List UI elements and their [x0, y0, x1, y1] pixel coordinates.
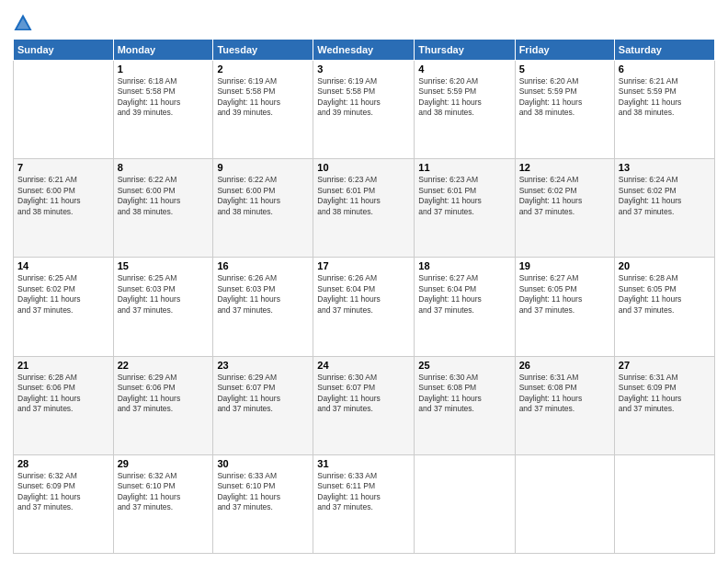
day-info: Sunrise: 6:23 AM Sunset: 6:01 PM Dayligh… — [317, 175, 410, 217]
day-cell: 17Sunrise: 6:26 AM Sunset: 6:04 PM Dayli… — [313, 258, 415, 356]
day-info: Sunrise: 6:22 AM Sunset: 6:00 PM Dayligh… — [118, 175, 210, 217]
day-number: 20 — [619, 260, 711, 271]
day-cell: 30Sunrise: 6:33 AM Sunset: 6:10 PM Dayli… — [213, 454, 313, 553]
day-number: 28 — [17, 458, 109, 469]
day-info: Sunrise: 6:32 AM Sunset: 6:10 PM Dayligh… — [118, 471, 210, 513]
day-info: Sunrise: 6:26 AM Sunset: 6:04 PM Dayligh… — [317, 273, 410, 316]
day-cell: 19Sunrise: 6:27 AM Sunset: 6:05 PM Dayli… — [515, 258, 614, 356]
day-cell: 10Sunrise: 6:23 AM Sunset: 6:01 PM Dayli… — [313, 159, 415, 258]
day-cell: 16Sunrise: 6:26 AM Sunset: 6:03 PM Dayli… — [213, 258, 313, 356]
day-cell: 20Sunrise: 6:28 AM Sunset: 6:05 PM Dayli… — [614, 258, 714, 356]
day-cell: 25Sunrise: 6:30 AM Sunset: 6:08 PM Dayli… — [415, 356, 515, 454]
day-cell — [14, 61, 114, 159]
day-info: Sunrise: 6:26 AM Sunset: 6:03 PM Dayligh… — [217, 273, 309, 316]
day-info: Sunrise: 6:29 AM Sunset: 6:07 PM Dayligh… — [217, 373, 309, 415]
day-number: 31 — [317, 458, 410, 469]
day-number: 7 — [17, 162, 109, 173]
weekday-tuesday: Tuesday — [213, 40, 313, 61]
day-number: 27 — [619, 360, 711, 371]
day-cell: 27Sunrise: 6:31 AM Sunset: 6:09 PM Dayli… — [614, 356, 714, 454]
day-cell: 18Sunrise: 6:27 AM Sunset: 6:04 PM Dayli… — [415, 258, 515, 356]
day-number: 11 — [418, 162, 510, 173]
day-info: Sunrise: 6:27 AM Sunset: 6:04 PM Dayligh… — [418, 273, 510, 316]
day-info: Sunrise: 6:33 AM Sunset: 6:11 PM Dayligh… — [317, 471, 410, 513]
page: SundayMondayTuesdayWednesdayThursdayFrid… — [0, 0, 728, 563]
day-cell: 5Sunrise: 6:20 AM Sunset: 5:59 PM Daylig… — [515, 61, 614, 159]
day-number: 25 — [418, 360, 510, 371]
day-cell: 13Sunrise: 6:24 AM Sunset: 6:02 PM Dayli… — [614, 159, 714, 258]
day-number: 14 — [17, 260, 109, 271]
day-number: 30 — [217, 458, 309, 469]
day-number: 26 — [519, 360, 610, 371]
day-cell: 12Sunrise: 6:24 AM Sunset: 6:02 PM Dayli… — [515, 159, 614, 258]
day-info: Sunrise: 6:19 AM Sunset: 5:58 PM Dayligh… — [217, 76, 309, 119]
day-cell — [614, 454, 714, 553]
day-info: Sunrise: 6:28 AM Sunset: 6:06 PM Dayligh… — [17, 373, 109, 415]
day-cell: 29Sunrise: 6:32 AM Sunset: 6:10 PM Dayli… — [113, 454, 213, 553]
week-row-4: 21Sunrise: 6:28 AM Sunset: 6:06 PM Dayli… — [14, 356, 715, 454]
day-info: Sunrise: 6:28 AM Sunset: 6:05 PM Dayligh… — [619, 273, 711, 316]
day-number: 1 — [118, 63, 210, 75]
day-info: Sunrise: 6:25 AM Sunset: 6:02 PM Dayligh… — [17, 273, 109, 316]
day-info: Sunrise: 6:30 AM Sunset: 6:07 PM Dayligh… — [317, 373, 410, 415]
logo — [13, 13, 35, 33]
day-cell: 2Sunrise: 6:19 AM Sunset: 5:58 PM Daylig… — [213, 61, 313, 159]
weekday-wednesday: Wednesday — [313, 40, 415, 61]
day-number: 2 — [217, 63, 309, 75]
day-number: 5 — [519, 63, 610, 75]
day-number: 6 — [619, 63, 711, 75]
day-number: 16 — [217, 260, 309, 271]
day-cell: 31Sunrise: 6:33 AM Sunset: 6:11 PM Dayli… — [313, 454, 415, 553]
weekday-thursday: Thursday — [415, 40, 515, 61]
day-number: 23 — [217, 360, 309, 371]
day-info: Sunrise: 6:25 AM Sunset: 6:03 PM Dayligh… — [118, 273, 210, 316]
day-number: 3 — [317, 63, 410, 75]
day-number: 12 — [519, 162, 610, 173]
weekday-header-row: SundayMondayTuesdayWednesdayThursdayFrid… — [14, 40, 715, 61]
week-row-2: 7Sunrise: 6:21 AM Sunset: 6:00 PM Daylig… — [14, 159, 715, 258]
day-info: Sunrise: 6:23 AM Sunset: 6:01 PM Dayligh… — [418, 175, 510, 217]
day-info: Sunrise: 6:30 AM Sunset: 6:08 PM Dayligh… — [418, 373, 510, 415]
day-info: Sunrise: 6:20 AM Sunset: 5:59 PM Dayligh… — [519, 76, 610, 119]
day-cell: 24Sunrise: 6:30 AM Sunset: 6:07 PM Dayli… — [313, 356, 415, 454]
day-cell: 4Sunrise: 6:20 AM Sunset: 5:59 PM Daylig… — [415, 61, 515, 159]
weekday-sunday: Sunday — [14, 40, 114, 61]
day-number: 29 — [118, 458, 210, 469]
day-cell: 22Sunrise: 6:29 AM Sunset: 6:06 PM Dayli… — [113, 356, 213, 454]
day-number: 17 — [317, 260, 410, 271]
day-number: 21 — [17, 360, 109, 371]
day-info: Sunrise: 6:19 AM Sunset: 5:58 PM Dayligh… — [317, 76, 410, 119]
day-info: Sunrise: 6:24 AM Sunset: 6:02 PM Dayligh… — [619, 175, 711, 217]
day-number: 18 — [418, 260, 510, 271]
day-info: Sunrise: 6:21 AM Sunset: 6:00 PM Dayligh… — [17, 175, 109, 217]
day-cell — [515, 454, 614, 553]
day-number: 15 — [118, 260, 210, 271]
day-number: 9 — [217, 162, 309, 173]
day-cell: 28Sunrise: 6:32 AM Sunset: 6:09 PM Dayli… — [14, 454, 114, 553]
day-cell: 23Sunrise: 6:29 AM Sunset: 6:07 PM Dayli… — [213, 356, 313, 454]
day-info: Sunrise: 6:29 AM Sunset: 6:06 PM Dayligh… — [118, 373, 210, 415]
day-cell: 15Sunrise: 6:25 AM Sunset: 6:03 PM Dayli… — [113, 258, 213, 356]
day-cell: 6Sunrise: 6:21 AM Sunset: 5:59 PM Daylig… — [614, 61, 714, 159]
day-cell: 9Sunrise: 6:22 AM Sunset: 6:00 PM Daylig… — [213, 159, 313, 258]
day-info: Sunrise: 6:20 AM Sunset: 5:59 PM Dayligh… — [418, 76, 510, 119]
day-number: 10 — [317, 162, 410, 173]
day-info: Sunrise: 6:18 AM Sunset: 5:58 PM Dayligh… — [118, 76, 210, 119]
day-cell: 14Sunrise: 6:25 AM Sunset: 6:02 PM Dayli… — [14, 258, 114, 356]
week-row-5: 28Sunrise: 6:32 AM Sunset: 6:09 PM Dayli… — [14, 454, 715, 553]
day-number: 24 — [317, 360, 410, 371]
day-cell: 8Sunrise: 6:22 AM Sunset: 6:00 PM Daylig… — [113, 159, 213, 258]
day-number: 4 — [418, 63, 510, 75]
day-cell — [415, 454, 515, 553]
weekday-friday: Friday — [515, 40, 614, 61]
day-cell: 1Sunrise: 6:18 AM Sunset: 5:58 PM Daylig… — [113, 61, 213, 159]
day-cell: 26Sunrise: 6:31 AM Sunset: 6:08 PM Dayli… — [515, 356, 614, 454]
day-info: Sunrise: 6:27 AM Sunset: 6:05 PM Dayligh… — [519, 273, 610, 316]
day-number: 19 — [519, 260, 610, 271]
logo-icon — [13, 13, 33, 33]
calendar: SundayMondayTuesdayWednesdayThursdayFrid… — [13, 39, 715, 554]
week-row-3: 14Sunrise: 6:25 AM Sunset: 6:02 PM Dayli… — [14, 258, 715, 356]
day-number: 8 — [118, 162, 210, 173]
day-info: Sunrise: 6:24 AM Sunset: 6:02 PM Dayligh… — [519, 175, 610, 217]
day-info: Sunrise: 6:21 AM Sunset: 5:59 PM Dayligh… — [619, 76, 711, 119]
